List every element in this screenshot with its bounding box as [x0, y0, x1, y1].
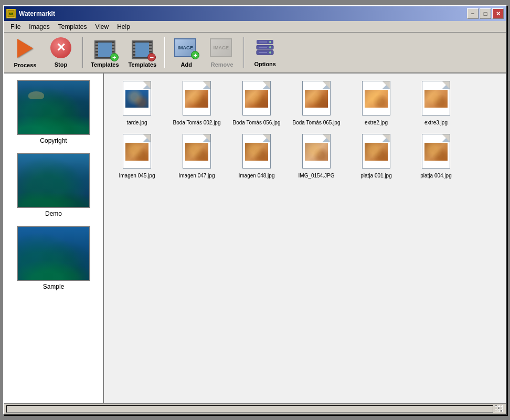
image-file-icon	[301, 134, 332, 171]
svg-point-5	[269, 41, 271, 43]
remove-image-icon: IMAGE	[209, 37, 235, 59]
image-file-icon	[360, 134, 392, 171]
separator-1	[82, 37, 83, 68]
add-templates-icon: +	[93, 37, 116, 59]
template-copyright-name: Copyright	[40, 137, 67, 144]
add-label: Add	[180, 61, 192, 68]
image-filename: extre3.jpg	[424, 120, 448, 125]
image-file-icon	[360, 81, 392, 118]
image-file-icon	[420, 134, 452, 171]
image-filename: tarde.jpg	[127, 120, 147, 125]
stop-label: Stop	[55, 61, 67, 68]
resize-grip[interactable]	[495, 405, 504, 413]
image-file-icon	[181, 81, 212, 118]
image-filename: extre2.jpg	[365, 120, 388, 125]
statusbar	[4, 403, 506, 414]
image-filename: Imagen 045.jpg	[119, 173, 155, 178]
image-item[interactable]: extre3.jpg	[407, 78, 465, 129]
titlebar: W WatermarkIt − □ ✕	[4, 6, 506, 21]
add-image-icon: IMAGE +	[173, 37, 199, 59]
image-filename: platja 001.jpg	[360, 173, 392, 178]
template-demo-name: Demo	[45, 210, 62, 217]
image-filename: Boda Tomás 056.jpg	[233, 120, 281, 125]
image-filename: IMG_0154.JPG	[299, 173, 335, 178]
window-controls: − □ ✕	[467, 8, 504, 19]
template-demo-thumbnail	[17, 153, 90, 208]
image-filename: platja 004.jpg	[420, 173, 452, 178]
image-filename: Imagen 047.jpg	[179, 173, 215, 178]
svg-text:W: W	[9, 12, 13, 16]
app-logo: W	[6, 9, 16, 18]
main-window: W WatermarkIt − □ ✕ File Images Template…	[3, 5, 507, 415]
menu-view[interactable]: View	[91, 22, 113, 32]
template-sample-thumbnail	[17, 226, 90, 281]
image-file-icon	[241, 134, 272, 171]
image-item[interactable]: tarde.jpg	[108, 78, 166, 129]
process-icon	[14, 37, 37, 60]
remove-templates-button[interactable]: − Templates	[125, 35, 161, 70]
stop-button[interactable]: ✕ Stop	[44, 35, 78, 70]
image-file-icon	[121, 81, 153, 118]
image-item[interactable]: IMG_0154.JPG	[288, 131, 345, 182]
separator-2	[164, 37, 165, 68]
template-sample-name: Sample	[43, 283, 65, 290]
add-templates-button[interactable]: + Templates	[87, 35, 123, 70]
image-file-icon	[241, 81, 272, 118]
remove-templates-icon: −	[131, 37, 154, 59]
image-file-icon	[181, 134, 212, 171]
menu-templates[interactable]: Templates	[54, 22, 91, 32]
image-item[interactable]: platja 004.jpg	[407, 131, 465, 182]
svg-point-6	[269, 46, 271, 48]
maximize-button[interactable]: □	[480, 8, 491, 19]
toolbar: Process ✕ Stop + Templates	[4, 33, 506, 74]
options-icon	[253, 38, 277, 59]
remove-image-button[interactable]: IMAGE Remove	[205, 35, 239, 70]
images-panel: tarde.jpg Boda Tomás 002.jpg	[104, 74, 506, 403]
template-copyright-thumbnail	[17, 80, 90, 135]
close-button[interactable]: ✕	[492, 8, 504, 19]
menu-images[interactable]: Images	[25, 22, 54, 32]
templates-panel: Copyright Demo Sample	[4, 74, 104, 403]
remove-label: Remove	[211, 61, 233, 68]
template-copyright[interactable]: Copyright	[12, 78, 95, 146]
process-button[interactable]: Process	[8, 35, 42, 70]
add-templates-label: Templates	[91, 61, 119, 68]
template-sample[interactable]: Sample	[12, 224, 95, 292]
menu-file[interactable]: File	[6, 22, 25, 32]
window-title: WatermarkIt	[19, 10, 467, 17]
image-item[interactable]: Imagen 048.jpg	[228, 131, 285, 182]
image-item[interactable]: Imagen 047.jpg	[168, 131, 226, 182]
stop-icon: ✕	[49, 37, 72, 59]
menubar: File Images Templates View Help	[4, 21, 506, 33]
image-filename: Boda Tomás 065.jpg	[293, 120, 341, 125]
image-filename: Boda Tomás 002.jpg	[173, 120, 221, 125]
separator-3	[243, 37, 244, 68]
statusbar-text	[6, 405, 493, 413]
remove-templates-label: Templates	[129, 61, 157, 68]
image-item[interactable]: extre2.jpg	[347, 78, 405, 129]
svg-point-7	[269, 51, 271, 54]
image-filename: Imagen 048.jpg	[239, 173, 275, 178]
image-item[interactable]: platja 001.jpg	[347, 131, 405, 182]
image-item[interactable]: Boda Tomás 056.jpg	[228, 78, 285, 129]
image-file-icon	[301, 81, 332, 118]
options-label: Options	[254, 61, 276, 67]
image-item[interactable]: Boda Tomás 065.jpg	[288, 78, 345, 129]
image-item[interactable]: Boda Tomás 002.jpg	[168, 78, 226, 129]
options-button[interactable]: Options	[248, 35, 282, 70]
minimize-button[interactable]: −	[467, 8, 479, 19]
process-label: Process	[14, 62, 37, 68]
image-file-icon	[420, 81, 452, 118]
template-demo[interactable]: Demo	[12, 151, 95, 219]
menu-help[interactable]: Help	[113, 22, 134, 32]
add-image-button[interactable]: IMAGE + Add	[169, 35, 203, 70]
image-file-icon	[121, 134, 153, 171]
main-content: Copyright Demo Sample	[4, 74, 506, 403]
image-item[interactable]: Imagen 045.jpg	[108, 131, 166, 182]
